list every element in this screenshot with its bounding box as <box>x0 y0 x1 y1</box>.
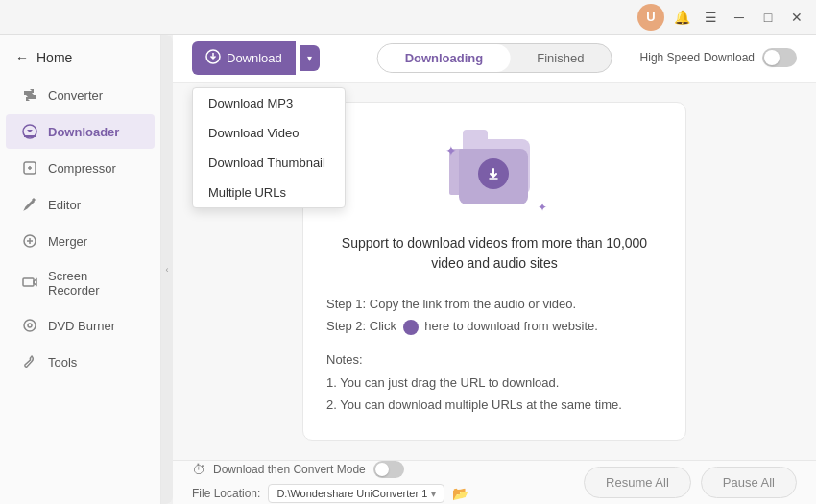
speed-label: High Speed Download <box>640 51 755 64</box>
tools-label: Tools <box>48 355 77 370</box>
editor-label: Editor <box>48 198 81 212</box>
close-button[interactable]: ✕ <box>785 6 808 29</box>
merger-label: Merger <box>48 234 87 249</box>
svg-rect-3 <box>23 278 34 286</box>
download-label: Download <box>227 51 282 65</box>
converter-icon <box>21 86 38 104</box>
screen-recorder-icon <box>21 275 38 292</box>
app-body: ← Home Converter Downloader <box>0 35 816 504</box>
convert-mode-row: ⏱ Download then Convert Mode <box>192 461 468 478</box>
sidebar-item-dvd-burner[interactable]: DVD Burner <box>6 308 155 343</box>
screen-recorder-label: Screen Recorder <box>48 269 139 298</box>
download-icon <box>205 49 221 67</box>
download-dropdown-button[interactable]: ▾ <box>300 45 320 71</box>
sidebar-item-compressor[interactable]: Compressor <box>6 151 155 185</box>
card-title: Support to download videos from more tha… <box>326 233 662 274</box>
back-arrow-icon: ← <box>15 50 29 65</box>
clock-icon: ⏱ <box>192 462 205 477</box>
download-circle-icon <box>478 158 509 189</box>
speed-toggle[interactable] <box>762 48 797 67</box>
tab-group: Downloading Finished <box>377 43 612 73</box>
dvd-burner-icon <box>21 317 38 334</box>
titlebar: U 🔔 ☰ ─ □ ✕ <box>0 0 816 35</box>
compressor-icon <box>21 159 38 177</box>
download-card: ✦ ✦ Support to download videos from more… <box>302 102 686 441</box>
file-path-text: D:\Wondershare UniConverter 1 <box>276 488 427 499</box>
step2-text: Step 2: Click here to download from webs… <box>326 315 662 337</box>
pause-all-button[interactable]: Pause All <box>701 467 797 498</box>
tab-finished[interactable]: Finished <box>510 44 611 72</box>
convert-mode-toggle[interactable] <box>373 461 404 478</box>
folder-illustration: ✦ ✦ <box>442 132 547 218</box>
sidebar-item-screen-recorder[interactable]: Screen Recorder <box>6 260 155 306</box>
dropdown-item-video[interactable]: Download Video <box>193 118 345 148</box>
file-location-label: File Location: <box>192 487 260 500</box>
sidebar-home[interactable]: ← Home <box>0 42 160 77</box>
speed-section: High Speed Download <box>640 48 797 67</box>
dropdown-item-mp3[interactable]: Download MP3 <box>193 88 345 118</box>
tools-icon <box>21 353 38 371</box>
tab-downloading[interactable]: Downloading <box>378 44 511 72</box>
download-button[interactable]: Download <box>192 41 296 75</box>
sidebar-item-editor[interactable]: Editor <box>6 187 155 222</box>
bottom-right: Resume All Pause All <box>584 467 797 498</box>
dropdown-item-multiple[interactable]: Multiple URLs <box>193 178 345 207</box>
step2-prefix: Step 2: Click <box>326 319 396 333</box>
compressor-label: Compressor <box>48 161 116 176</box>
maximize-button[interactable]: □ <box>756 6 780 29</box>
sidebar-collapse-button[interactable]: ‹ <box>161 35 173 504</box>
user-avatar[interactable]: U <box>637 4 664 31</box>
open-folder-button[interactable]: 📂 <box>452 486 468 501</box>
note1-text: 1. You can just drag the URL to download… <box>326 372 662 394</box>
card-steps: Step 1: Copy the link from the audio or … <box>326 293 662 338</box>
bottom-left: ⏱ Download then Convert Mode File Locati… <box>192 461 468 503</box>
resume-all-button[interactable]: Resume All <box>584 467 691 498</box>
convert-toggle-thumb <box>375 463 389 476</box>
sidebar-item-merger[interactable]: Merger <box>6 224 155 258</box>
menu-icon[interactable]: ☰ <box>699 6 722 29</box>
main-content: Download ▾ Download MP3 Download Video D… <box>173 35 816 504</box>
sidebar-item-tools[interactable]: Tools <box>6 345 155 379</box>
step2-suffix: here to download from website. <box>424 319 598 333</box>
bell-icon[interactable]: 🔔 <box>670 6 693 29</box>
bottom-bar: ⏱ Download then Convert Mode File Locati… <box>173 460 816 504</box>
dropdown-menu: Download MP3 Download Video Download Thu… <box>192 87 346 208</box>
sidebar: ← Home Converter Downloader <box>0 35 161 504</box>
file-location-row: File Location: D:\Wondershare UniConvert… <box>192 484 468 503</box>
downloader-icon <box>21 123 38 140</box>
downloader-label: Downloader <box>48 125 119 139</box>
download-button-group: Download ▾ <box>192 41 320 75</box>
dvd-burner-label: DVD Burner <box>48 319 115 333</box>
file-path: D:\Wondershare UniConverter 1 ▾ <box>268 484 444 503</box>
minimize-button[interactable]: ─ <box>728 6 751 29</box>
convert-mode-label: Download then Convert Mode <box>213 463 366 476</box>
sidebar-item-downloader[interactable]: Downloader <box>6 114 155 149</box>
dropdown-item-thumbnail[interactable]: Download Thumbnail <box>193 148 345 178</box>
merger-icon <box>21 232 38 250</box>
toggle-thumb <box>764 50 780 65</box>
note2-text: 2. You can download multiple URLs at the… <box>326 394 662 416</box>
converter-label: Converter <box>48 88 103 103</box>
top-bar: Download ▾ Download MP3 Download Video D… <box>173 35 816 83</box>
notes-section: Notes: 1. You can just drag the URL to d… <box>326 348 662 416</box>
step1-text: Step 1: Copy the link from the audio or … <box>326 293 662 315</box>
svg-point-4 <box>24 320 36 331</box>
notes-title: Notes: <box>326 348 662 371</box>
sparkle-icon-left: ✦ <box>445 143 457 158</box>
svg-point-5 <box>28 324 32 327</box>
dropdown-chevron-icon: ▾ <box>431 489 436 499</box>
home-label: Home <box>36 50 72 65</box>
step2-icon <box>403 320 419 335</box>
editor-icon <box>21 196 38 213</box>
sparkle-icon-right: ✦ <box>538 201 547 214</box>
sidebar-item-converter[interactable]: Converter <box>6 78 155 112</box>
